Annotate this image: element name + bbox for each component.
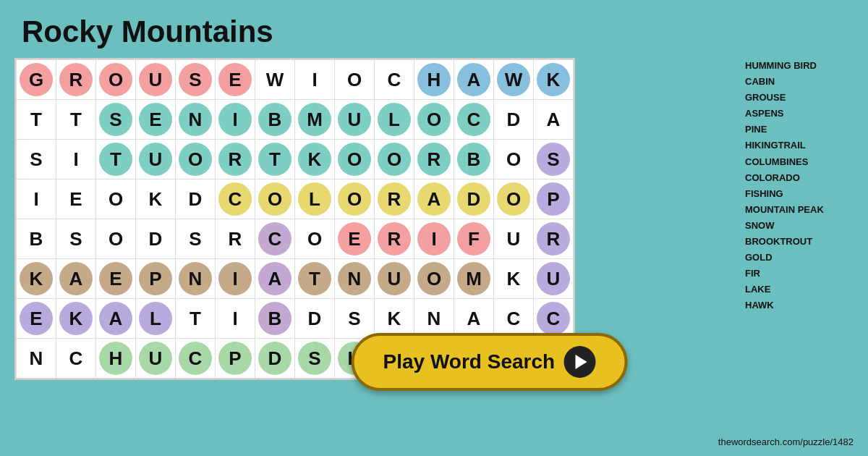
grid-cell: E [17, 299, 56, 339]
grid-cell: O [255, 180, 295, 219]
grid-cell: D [295, 299, 335, 339]
grid-cell: S [96, 100, 136, 140]
grid-cell: O [375, 140, 414, 180]
grid-cell: C [176, 339, 216, 379]
grid-cell: I [17, 180, 56, 219]
grid-cell: A [534, 100, 574, 140]
grid-cell: R [216, 140, 255, 180]
grid-cell: M [295, 100, 335, 140]
grid-cell: O [176, 140, 216, 180]
grid-cell: S [176, 219, 216, 259]
grid-cell: B [255, 100, 295, 140]
grid-cell: R [375, 219, 414, 259]
grid-cell: H [96, 339, 136, 379]
word-list-item: LAKE [745, 282, 854, 297]
grid-cell: R [56, 60, 96, 100]
word-list-item: CABIN [745, 74, 854, 90]
play-button-label: Play Word Search [383, 350, 556, 373]
play-button-container[interactable]: Play Word Search [352, 333, 628, 391]
grid-cell: O [335, 140, 375, 180]
word-list-item: FIR [745, 266, 854, 282]
grid-cell: K [17, 259, 56, 299]
play-word-search-button[interactable]: Play Word Search [352, 333, 628, 391]
grid-cell: M [454, 259, 494, 299]
grid-cell: U [375, 259, 414, 299]
word-list-item: COLORADO [745, 170, 854, 186]
attribution-text: thewordsearch.com/puzzle/1482 [718, 436, 854, 447]
grid-cell: E [96, 259, 136, 299]
grid-cell: I [216, 299, 255, 339]
grid-cell: N [176, 259, 216, 299]
grid-cell: P [534, 180, 574, 219]
grid-cell: O [96, 60, 136, 100]
grid-cell: T [295, 259, 335, 299]
word-list-item: BROOKTROUT [745, 234, 854, 250]
word-list-item: GROUSE [745, 90, 854, 106]
word-list-item: GOLD [745, 250, 854, 266]
word-list-item: PINE [745, 122, 854, 138]
grid-cell: R [216, 219, 255, 259]
grid-cell: O [335, 60, 375, 100]
word-list-item: SNOW [745, 218, 854, 234]
grid-cell: O [414, 100, 454, 140]
grid-cell: S [56, 219, 96, 259]
grid-cell: I [216, 100, 255, 140]
grid-cell: K [534, 60, 574, 100]
grid-cell: O [494, 180, 534, 219]
grid-cell: C [454, 100, 494, 140]
grid-cell: A [414, 180, 454, 219]
grid-cell: N [335, 259, 375, 299]
grid-cell: T [176, 299, 216, 339]
grid-cell: R [414, 140, 454, 180]
grid-cell: U [534, 259, 574, 299]
grid-cell: D [454, 180, 494, 219]
grid-cell: U [136, 140, 176, 180]
grid-cell: K [295, 140, 335, 180]
grid-cell: O [494, 140, 534, 180]
grid-cell: T [255, 140, 295, 180]
grid-cell: O [96, 180, 136, 219]
grid-cell: G [17, 60, 56, 100]
grid-cell: T [56, 100, 96, 140]
word-list-item: COLUMBINES [745, 154, 854, 170]
grid-cell: S [17, 140, 56, 180]
grid-cell: L [295, 180, 335, 219]
grid-cell: O [295, 219, 335, 259]
grid-cell: C [56, 339, 96, 379]
grid-cell: A [96, 299, 136, 339]
word-list-item: MOUNTAIN PEAK [745, 202, 854, 218]
grid-cell: N [17, 339, 56, 379]
grid-cell: U [335, 100, 375, 140]
grid-cell: S [295, 339, 335, 379]
grid-cell: D [136, 219, 176, 259]
word-search-grid: GROUSEWIOCHAWKTTSENIBMULOCDASITUORTKOORB… [14, 58, 575, 380]
grid-cell: E [56, 180, 96, 219]
grid-cell: I [56, 140, 96, 180]
grid-cell: E [335, 219, 375, 259]
grid-cell: P [136, 259, 176, 299]
word-list-item: HAWK [745, 297, 854, 313]
grid-cell: T [96, 140, 136, 180]
grid-cell: B [454, 140, 494, 180]
grid-cell: A [56, 259, 96, 299]
grid-cell: O [335, 180, 375, 219]
grid-cell: U [494, 219, 534, 259]
grid-cell: T [17, 100, 56, 140]
grid-cell: W [494, 60, 534, 100]
grid-cell: K [136, 180, 176, 219]
grid-cell: R [375, 180, 414, 219]
grid-cell: L [375, 100, 414, 140]
grid-cell: D [494, 100, 534, 140]
grid-cell: S [534, 140, 574, 180]
page-title: Rocky Mountains [22, 14, 273, 49]
word-list: HUMMING BIRDCABINGROUSEASPENSPINEHIKINGT… [745, 58, 854, 314]
grid-cell: R [534, 219, 574, 259]
grid-cell: K [494, 259, 534, 299]
grid-cell: E [216, 60, 255, 100]
grid-cell: E [136, 100, 176, 140]
grid-cell: A [454, 60, 494, 100]
play-icon [563, 346, 595, 378]
grid-cell: P [216, 339, 255, 379]
grid-cell: F [454, 219, 494, 259]
grid-cell: D [255, 339, 295, 379]
